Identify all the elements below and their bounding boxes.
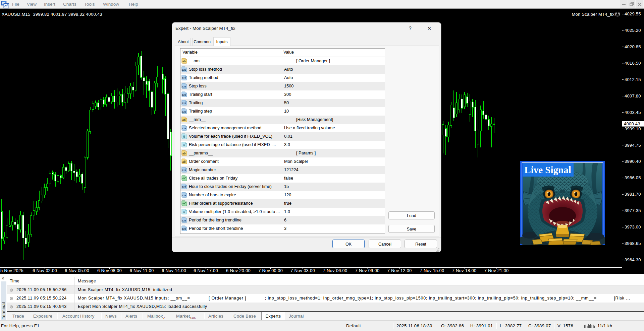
svg-text:ab: ab <box>182 60 186 63</box>
svg-text:3977.35: 3977.35 <box>625 208 641 213</box>
svg-text:ab: ab <box>182 118 186 122</box>
svg-text:6 Nov 11:00: 6 Nov 11:00 <box>130 268 154 273</box>
svg-text:Terminal: Terminal <box>1 302 6 319</box>
svg-text:7 Nov 00:00: 7 Nov 00:00 <box>258 268 283 273</box>
svg-text:4012.15: 4012.15 <box>625 77 641 82</box>
svg-text:3999.10: 3999.10 <box>625 126 641 131</box>
svg-text:3986.05: 3986.05 <box>625 175 641 180</box>
svg-text:7 Nov 18:00: 7 Nov 18:00 <box>452 268 477 273</box>
svg-text:7 Nov 09:00: 7 Nov 09:00 <box>355 268 380 273</box>
svg-text:123: 123 <box>182 110 186 113</box>
svg-text:6 Nov 02:00: 6 Nov 02:00 <box>33 268 57 273</box>
svg-text:ab: ab <box>182 160 186 163</box>
svg-text:½: ½ <box>183 143 185 147</box>
svg-text:123: 123 <box>182 85 186 88</box>
svg-text:3968.65: 3968.65 <box>625 241 641 246</box>
svg-text:3994.75: 3994.75 <box>625 143 641 148</box>
svg-text:6 Nov 17:00: 6 Nov 17:00 <box>194 268 218 273</box>
svg-text:4029.55: 4029.55 <box>625 11 641 16</box>
svg-text:4003.45: 4003.45 <box>625 110 641 115</box>
svg-text:123: 123 <box>182 127 186 130</box>
svg-text:5 Nov 2025: 5 Nov 2025 <box>0 268 23 273</box>
svg-text:½: ½ <box>183 135 185 138</box>
svg-text:6 Nov 20:00: 6 Nov 20:00 <box>226 268 251 273</box>
svg-text:7 Nov 21:00: 7 Nov 21:00 <box>484 268 509 273</box>
svg-text:7 Nov 15:00: 7 Nov 15:00 <box>420 268 444 273</box>
svg-text:3981.70: 3981.70 <box>625 192 641 197</box>
svg-text:123: 123 <box>182 77 186 80</box>
svg-text:3973.00: 3973.00 <box>625 224 641 229</box>
svg-text:4020.85: 4020.85 <box>625 44 641 49</box>
svg-text:4016.50: 4016.50 <box>625 61 641 66</box>
svg-text:3964.30: 3964.30 <box>625 257 641 262</box>
svg-text:Live Signal: Live Signal <box>524 164 571 175</box>
svg-text:7 Nov 12:00: 7 Nov 12:00 <box>387 268 412 273</box>
svg-text:6 Nov 08:00: 6 Nov 08:00 <box>97 268 122 273</box>
svg-text:4025.20: 4025.20 <box>625 28 641 33</box>
svg-text:ab: ab <box>182 152 186 155</box>
svg-text:3990.40: 3990.40 <box>625 159 641 164</box>
svg-text:123: 123 <box>182 186 186 189</box>
svg-text:123: 123 <box>182 219 186 222</box>
svg-text:123: 123 <box>182 102 186 105</box>
svg-text:6 Nov 05:00: 6 Nov 05:00 <box>65 268 89 273</box>
svg-text:4007.80: 4007.80 <box>625 93 641 98</box>
svg-text:7 Nov 06:00: 7 Nov 06:00 <box>323 268 347 273</box>
svg-text:123: 123 <box>182 227 186 230</box>
svg-text:½: ½ <box>183 210 185 214</box>
svg-text:123: 123 <box>182 93 186 96</box>
svg-text:7 Nov 03:00: 7 Nov 03:00 <box>290 268 315 273</box>
svg-text:123: 123 <box>182 194 186 197</box>
svg-text:123: 123 <box>182 169 186 172</box>
svg-text:Mon Scalper MT4_fix: Mon Scalper MT4_fix <box>572 12 614 17</box>
svg-text:6 Nov 14:00: 6 Nov 14:00 <box>162 268 186 273</box>
svg-text:123: 123 <box>182 68 186 71</box>
svg-text:4000.43: 4000.43 <box>624 121 640 126</box>
svg-text:XAUUSD,M15 3999.82 4001.97 39: XAUUSD,M15 3999.82 4001.97 3998.32 4000.… <box>2 12 102 17</box>
